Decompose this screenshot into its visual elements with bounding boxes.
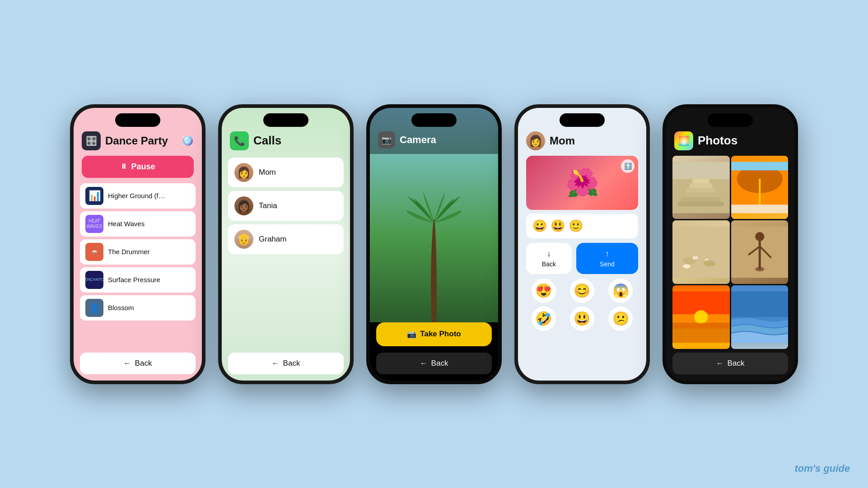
contact-graham[interactable]: 👴 Graham — [228, 224, 344, 254]
avatar-graham: 👴 — [234, 230, 253, 249]
music-icon: 🎛️ — [86, 135, 97, 146]
svg-rect-11 — [731, 204, 789, 213]
pause-button[interactable]: ⏸ Pause — [82, 156, 194, 178]
dynamic-island-2 — [263, 113, 308, 127]
song-name-heat-waves: Heat Waves — [108, 220, 145, 228]
screen-dance-party: 🎛️ Dance Party 🪩 ⏸ Pause 📊 Higher Ground… — [74, 108, 202, 381]
screen-camera: 📷 Camera — [370, 108, 498, 381]
contact-tania[interactable]: 👩🏾 Tania — [228, 191, 344, 221]
avatar-mom-messages: 👩 — [526, 131, 545, 150]
svg-rect-2 — [681, 197, 721, 201]
camera-app-icon: 📷 — [378, 131, 395, 149]
svg-rect-4 — [687, 188, 715, 192]
emoji-happy[interactable]: 😊 — [570, 279, 594, 303]
face-tania: 👩🏾 — [234, 196, 253, 215]
contact-mom[interactable]: 👩 Mom — [228, 158, 344, 187]
send-action-icon: ↑ — [605, 249, 609, 259]
song-list: 📊 Higher Ground (f… HEAT WAVES Heat Wave… — [74, 183, 202, 349]
face-graham: 👴 — [234, 230, 253, 249]
emoji-grin2: 😃 — [551, 219, 565, 233]
back-arrow-icon-2: ← — [272, 359, 280, 368]
song-name-drummer: The Drummer — [108, 248, 150, 256]
emoji-shock[interactable]: 😱 — [608, 279, 633, 303]
photo-umbrella[interactable] — [731, 156, 789, 219]
calls-title: Calls — [253, 134, 281, 148]
phones-container: 🎛️ Dance Party 🪩 ⏸ Pause 📊 Higher Ground… — [70, 104, 798, 384]
pause-label: Pause — [131, 162, 155, 172]
song-item-surface-pressure[interactable]: ENCANTO Surface Pressure — [80, 267, 196, 293]
palm-tree-image — [407, 178, 461, 322]
svg-rect-6 — [692, 179, 709, 183]
back-button-1[interactable]: ← Back — [80, 353, 196, 374]
back-label-3: Back — [431, 359, 448, 368]
photo-shadow[interactable] — [731, 220, 789, 284]
avatar-mom: 👩 — [234, 163, 253, 182]
back-arrow-icon-1: ← — [124, 359, 131, 368]
photo-sunset[interactable] — [672, 285, 730, 349]
emoji-message: 😀 😃 🙂 — [526, 214, 638, 238]
dance-party-icon: 🎛️ — [82, 131, 101, 150]
song-item-drummer[interactable]: 🥁 The Drummer — [80, 239, 196, 265]
photo-stairs[interactable] — [672, 156, 730, 219]
dynamic-island-3 — [411, 113, 457, 127]
song-art-drummer: 🥁 — [85, 243, 103, 261]
phone-photos: 🌅 Photos — [663, 104, 798, 384]
song-item-higher-ground[interactable]: 📊 Higher Ground (f… — [80, 183, 196, 209]
screen-calls: 📞 Calls 👩 Mom 👩🏾 Tania — [222, 108, 350, 381]
phone-messages: 👩 Mom 🌺 ⬆️ 😀 😃 🙂 ↓ Back ↑ — [514, 104, 650, 384]
svg-rect-32 — [731, 291, 789, 317]
back-button-2[interactable]: ← Back — [228, 353, 344, 374]
svg-rect-5 — [690, 183, 713, 188]
photos-app-icon: 🌅 — [674, 131, 693, 150]
song-art-higher-ground: 📊 — [85, 187, 103, 205]
phone-camera: 📷 Camera — [366, 104, 502, 384]
back-arrow-icon-5: ← — [716, 359, 724, 368]
song-name-blossom: Blossom — [108, 304, 134, 311]
emoji-grinning[interactable]: 😃 — [570, 307, 594, 331]
back-label-2: Back — [283, 359, 300, 368]
emoji-sad[interactable]: 😕 — [608, 307, 633, 331]
photo-message: 🌺 ⬆️ — [526, 156, 638, 210]
svg-rect-12 — [731, 162, 789, 170]
back-action-icon: ↓ — [547, 249, 551, 259]
photo-beach-waves[interactable] — [731, 285, 789, 349]
take-photo-button[interactable]: 📷 Take Photo — [376, 322, 492, 346]
back-action-button[interactable]: ↓ Back — [526, 243, 572, 274]
back-label-5: Back — [728, 359, 745, 368]
face-mom: 👩 — [234, 163, 253, 182]
watermark: tom's guide — [794, 463, 850, 474]
send-action-button[interactable]: ↑ Send — [576, 243, 638, 274]
emoji-smile: 🙂 — [569, 219, 583, 233]
emoji-heart-eyes[interactable]: 😍 — [532, 279, 556, 303]
face-mom-messages: 👩 — [526, 131, 545, 150]
mom-name-label: Mom — [550, 135, 575, 147]
contact-name-graham: Graham — [259, 235, 286, 244]
song-item-blossom[interactable]: 👤 Blossom — [80, 295, 196, 321]
song-item-heat-waves[interactable]: HEAT WAVES Heat Waves — [80, 211, 196, 237]
svg-point-18 — [683, 264, 691, 269]
photo-sand[interactable] — [672, 220, 730, 284]
svg-rect-3 — [684, 192, 718, 197]
song-art-heat-waves: HEAT WAVES — [85, 215, 103, 233]
back-button-5[interactable]: ← Back — [672, 353, 788, 374]
song-name-higher-ground: Higher Ground (f… — [108, 192, 165, 200]
screen-messages: 👩 Mom 🌺 ⬆️ 😀 😃 🙂 ↓ Back ↑ — [518, 108, 646, 381]
dynamic-island-5 — [708, 113, 753, 127]
back-button-3[interactable]: ← Back — [376, 353, 492, 374]
disco-ball-icon: 🪩 — [182, 135, 194, 147]
calls-app-icon: 📞 — [230, 131, 249, 150]
camera-viewfinder: 📷 Camera — [370, 108, 498, 322]
photos-grid — [672, 156, 788, 349]
contact-name-mom: Mom — [259, 168, 276, 177]
emoji-rofl[interactable]: 🤣 — [532, 307, 556, 331]
take-photo-label: Take Photo — [420, 330, 461, 339]
flower-image: 🌺 — [565, 167, 599, 199]
camera-shutter-icon: 📷 — [407, 330, 416, 339]
send-action-label: Send — [600, 260, 615, 268]
contact-name-tania: Tania — [259, 201, 277, 210]
back-label-1: Back — [135, 359, 152, 368]
song-art-blossom: 👤 — [85, 299, 103, 317]
share-icon[interactable]: ⬆️ — [621, 159, 635, 173]
svg-rect-7 — [672, 162, 730, 179]
back-arrow-icon-3: ← — [420, 359, 428, 368]
